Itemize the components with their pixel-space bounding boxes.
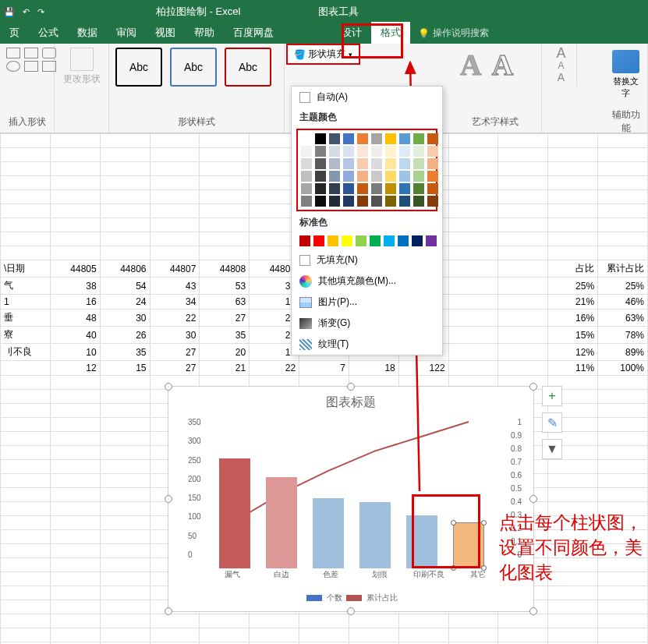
chart-plot-area[interactable] xyxy=(207,422,502,568)
color-swatch[interactable] xyxy=(413,183,424,194)
chart-add-element-button[interactable]: + xyxy=(542,386,562,406)
color-swatch[interactable] xyxy=(399,146,410,157)
chart-legend[interactable]: 个数 累计占比 xyxy=(168,593,533,603)
color-swatch[interactable] xyxy=(329,183,340,194)
resize-handle[interactable] xyxy=(165,607,172,615)
tab-design[interactable]: 设计 xyxy=(332,22,371,44)
color-swatch[interactable] xyxy=(427,196,438,207)
color-swatch[interactable] xyxy=(385,183,396,194)
color-swatch[interactable] xyxy=(371,183,382,194)
save-icon[interactable]: 💾 xyxy=(4,7,15,17)
color-swatch[interactable] xyxy=(357,196,368,207)
tab-formula[interactable]: 公式 xyxy=(29,22,68,44)
shape-style-2[interactable]: Abc xyxy=(170,48,217,87)
resize-handle[interactable] xyxy=(347,383,355,391)
color-swatch[interactable] xyxy=(329,171,340,182)
color-swatch[interactable] xyxy=(413,146,424,157)
color-swatch[interactable] xyxy=(399,196,410,207)
chart-bar[interactable] xyxy=(359,502,391,568)
color-swatch[interactable] xyxy=(328,235,338,246)
color-swatch[interactable] xyxy=(315,133,326,144)
color-swatch[interactable] xyxy=(301,171,312,182)
color-swatch[interactable] xyxy=(301,196,312,207)
color-swatch[interactable] xyxy=(343,171,354,182)
color-swatch[interactable] xyxy=(371,196,382,207)
tab-home[interactable]: 页 xyxy=(0,22,29,44)
color-swatch[interactable] xyxy=(371,133,382,144)
redo-icon[interactable]: ↷ xyxy=(37,7,44,17)
search-help[interactable]: 💡 操作说明搜索 xyxy=(410,23,497,44)
color-swatch[interactable] xyxy=(385,133,396,144)
color-swatch[interactable] xyxy=(343,183,354,194)
color-swatch[interactable] xyxy=(399,183,410,194)
color-swatch[interactable] xyxy=(343,196,354,207)
fill-more-colors[interactable]: 其他填充颜色(M)... xyxy=(292,271,442,292)
color-swatch[interactable] xyxy=(371,171,382,182)
resize-handle[interactable] xyxy=(529,495,537,503)
color-swatch[interactable] xyxy=(413,133,424,144)
color-swatch[interactable] xyxy=(315,171,326,182)
color-swatch[interactable] xyxy=(357,133,368,144)
color-swatch[interactable] xyxy=(426,235,437,246)
color-swatch[interactable] xyxy=(313,235,324,246)
wordart-style-1[interactable]: A xyxy=(460,48,481,82)
color-swatch[interactable] xyxy=(357,158,368,169)
color-swatch[interactable] xyxy=(343,146,354,157)
tab-help[interactable]: 帮助 xyxy=(185,22,224,44)
shape-style-1[interactable]: Abc xyxy=(115,48,162,87)
color-swatch[interactable] xyxy=(357,183,368,194)
color-swatch[interactable] xyxy=(342,235,352,246)
color-swatch[interactable] xyxy=(427,158,438,169)
color-swatch[interactable] xyxy=(370,235,381,246)
color-swatch[interactable] xyxy=(329,146,340,157)
chart-bar[interactable] xyxy=(266,477,297,568)
tab-format[interactable]: 格式 xyxy=(371,22,410,44)
chart-style-button[interactable]: ✎ xyxy=(542,412,562,433)
chart-object[interactable]: 图表标题 050100150200250300350 00.10.20.30.4… xyxy=(168,386,534,612)
fill-texture[interactable]: 纹理(T) xyxy=(292,334,442,355)
color-swatch[interactable] xyxy=(329,158,340,169)
color-swatch[interactable] xyxy=(329,133,340,144)
color-swatch[interactable] xyxy=(301,133,312,144)
chart-bar[interactable] xyxy=(453,522,484,568)
color-swatch[interactable] xyxy=(301,183,312,194)
chart-x-axis[interactable]: 漏气白边色差划痕印刷不良其它 xyxy=(207,569,502,580)
color-swatch[interactable] xyxy=(315,183,326,194)
color-swatch[interactable] xyxy=(412,235,423,246)
color-swatch[interactable] xyxy=(315,158,326,169)
color-swatch[interactable] xyxy=(413,196,424,207)
color-swatch[interactable] xyxy=(301,146,312,157)
color-swatch[interactable] xyxy=(427,171,438,182)
color-swatch[interactable] xyxy=(357,171,368,182)
color-swatch[interactable] xyxy=(399,171,410,182)
alt-text-icon[interactable] xyxy=(612,50,639,73)
color-swatch[interactable] xyxy=(384,235,395,246)
chart-title[interactable]: 图表标题 xyxy=(168,395,533,411)
color-swatch[interactable] xyxy=(301,158,312,169)
color-swatch[interactable] xyxy=(357,146,368,157)
color-swatch[interactable] xyxy=(299,235,310,246)
color-swatch[interactable] xyxy=(413,158,424,169)
color-swatch[interactable] xyxy=(385,196,396,207)
chart-bar[interactable] xyxy=(219,458,250,568)
shape-gallery[interactable] xyxy=(6,48,48,72)
color-swatch[interactable] xyxy=(329,196,340,207)
tab-data[interactable]: 数据 xyxy=(68,22,107,44)
resize-handle[interactable] xyxy=(529,383,537,391)
chart-bar[interactable] xyxy=(406,515,437,568)
color-swatch[interactable] xyxy=(343,158,354,169)
color-swatch[interactable] xyxy=(356,235,366,246)
tab-view[interactable]: 视图 xyxy=(146,22,185,44)
color-swatch[interactable] xyxy=(399,133,410,144)
color-swatch[interactable] xyxy=(385,146,396,157)
tab-baidu[interactable]: 百度网盘 xyxy=(224,22,283,44)
color-swatch[interactable] xyxy=(385,158,396,169)
resize-handle[interactable] xyxy=(529,607,537,615)
color-swatch[interactable] xyxy=(315,146,326,157)
color-swatch[interactable] xyxy=(399,158,410,169)
color-swatch[interactable] xyxy=(427,183,438,194)
fill-none[interactable]: 无填充(N) xyxy=(292,249,442,271)
resize-handle[interactable] xyxy=(347,607,355,615)
fill-gradient[interactable]: 渐变(G) xyxy=(292,313,442,334)
color-swatch[interactable] xyxy=(315,196,326,207)
